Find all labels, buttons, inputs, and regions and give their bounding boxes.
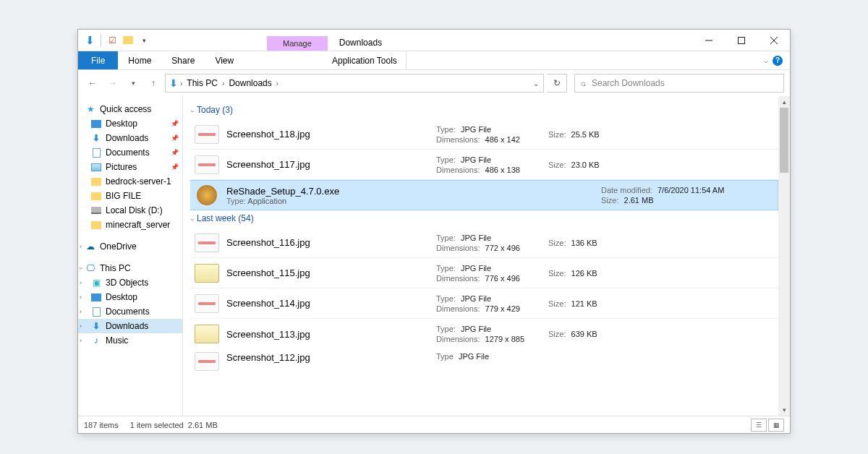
address-bar: ← → ▾ ↑ ⬇ › This PC › Downloads › ⌄ ↻ ⌕ …: [78, 70, 790, 96]
view-tiles-button[interactable]: ▦: [768, 419, 784, 432]
sidebar-item[interactable]: bedrock-server-1: [78, 174, 182, 189]
sidebar-quick-access[interactable]: ★ Quick access: [78, 102, 182, 116]
scrollbar-up-button[interactable]: ▴: [778, 96, 790, 108]
breadcrumb-this-pc[interactable]: This PC: [184, 78, 221, 88]
group-header[interactable]: ⌵ Last week (54): [190, 210, 778, 228]
file-name: Screenshot_117.jpg: [226, 159, 436, 170]
sidebar-item[interactable]: ›▣3D Objects: [78, 275, 182, 290]
nav-up-button[interactable]: ↑: [145, 74, 162, 92]
minimize-button[interactable]: [692, 30, 725, 51]
sidebar-item[interactable]: minecraft_server: [78, 218, 182, 232]
file-size-column: Size: 136 KB: [548, 239, 635, 247]
help-icon[interactable]: ?: [773, 56, 783, 66]
scrollbar-track[interactable]: [778, 108, 790, 404]
status-selection: 1 item selected 2.61 MB: [130, 421, 218, 429]
sidebar-onedrive[interactable]: › ☁ OneDrive: [78, 239, 182, 254]
folder-icon: [91, 220, 101, 230]
close-button[interactable]: [757, 30, 790, 51]
sidebar-item[interactable]: ›⬇Downloads: [78, 319, 182, 333]
refresh-button[interactable]: ↻: [547, 74, 567, 93]
sidebar-this-pc[interactable]: › 🖵 This PC: [78, 261, 182, 275]
group-title: Today (3): [197, 105, 233, 115]
group-header[interactable]: ⌵ Today (3): [190, 102, 778, 119]
maximize-button[interactable]: [725, 30, 757, 51]
file-type-column: Type: JPG FileDimensions: 776 x 496: [436, 264, 548, 283]
app-icon: [197, 185, 217, 205]
qat-properties-icon[interactable]: ☑: [105, 33, 119, 48]
file-name: Screenshot_112.jpg: [226, 352, 436, 363]
breadcrumb-sep-1[interactable]: ›: [221, 80, 226, 87]
name-column: Screenshot_118.jpg: [226, 129, 436, 140]
desktop-icon: [91, 119, 101, 129]
scrollbar-thumb[interactable]: [780, 108, 788, 173]
cloud-icon: ☁: [85, 241, 95, 252]
file-size-column: Size: 121 KB: [548, 299, 635, 308]
file-row[interactable]: Screenshot_116.jpgType: JPG FileDimensio…: [190, 228, 778, 258]
name-column: Screenshot_116.jpg: [226, 237, 436, 248]
qat-separator: [101, 34, 101, 47]
file-size-column: Size: 25.5 KB: [548, 130, 635, 139]
chevron-right-icon: ›: [80, 322, 82, 330]
scrollbar-down-button[interactable]: ▾: [778, 404, 790, 416]
search-box[interactable]: ⌕ Search Downloads: [574, 74, 784, 93]
file-name: Screenshot_118.jpg: [226, 129, 436, 140]
scrollbar-vertical[interactable]: ▴ ▾: [778, 96, 790, 416]
file-row[interactable]: Screenshot_118.jpgType: JPG FileDimensio…: [190, 119, 778, 150]
file-row[interactable]: ReShade_Setup_4.7.0.exeType: Application…: [190, 180, 778, 210]
menu-home[interactable]: Home: [118, 51, 161, 69]
sidebar-item[interactable]: BIG FILE: [78, 189, 182, 203]
nav-forward-button[interactable]: →: [104, 74, 122, 92]
file-name: Screenshot_114.jpg: [226, 298, 436, 309]
sidebar-item[interactable]: Local Disk (D:): [78, 203, 182, 218]
qat-dropdown-icon[interactable]: ▾: [137, 33, 151, 48]
qat-download-icon[interactable]: ⬇: [82, 33, 97, 48]
breadcrumb-downloads[interactable]: Downloads: [226, 78, 274, 88]
file-row[interactable]: Screenshot_114.jpgType: JPG FileDimensio…: [190, 288, 778, 319]
context-tab-manage[interactable]: Manage: [267, 36, 328, 51]
address-dropdown[interactable]: ⌄: [533, 80, 540, 87]
ribbon-collapse-icon[interactable]: ⌵: [764, 56, 768, 64]
context-subtab-application-tools[interactable]: Application Tools: [323, 51, 407, 70]
breadcrumb-bar[interactable]: ⬇ › This PC › Downloads › ⌄: [165, 74, 544, 93]
file-thumbnail: [195, 352, 219, 371]
breadcrumb-sep-2[interactable]: ›: [275, 80, 280, 87]
sidebar-item[interactable]: ›Documents: [78, 304, 182, 319]
pictures-icon: [91, 162, 101, 172]
group-title: Last week (54): [197, 213, 254, 223]
view-details-button[interactable]: ☰: [751, 419, 767, 432]
name-column: Screenshot_114.jpg: [226, 298, 436, 309]
qat-folder-icon[interactable]: [121, 33, 135, 48]
sidebar-item-label: Downloads: [106, 133, 148, 143]
sidebar-item[interactable]: Desktop📌: [78, 116, 182, 131]
file-row[interactable]: Screenshot_112.jpgType JPG File: [190, 349, 778, 369]
sidebar-item[interactable]: ⬇Downloads📌: [78, 131, 182, 145]
chevron-right-icon: ›: [80, 294, 82, 301]
breadcrumb-folder-icon: ⬇: [169, 78, 179, 88]
file-row[interactable]: Screenshot_115.jpgType: JPG FileDimensio…: [190, 258, 778, 288]
navigation-pane: ★ Quick access Desktop📌⬇Downloads📌Docume…: [78, 96, 183, 416]
sidebar-item-label: Desktop: [106, 292, 137, 302]
chevron-right-icon: ›: [80, 308, 82, 315]
sidebar-item[interactable]: ›♪Music: [78, 333, 182, 348]
menu-file[interactable]: File: [78, 51, 118, 69]
menu-share[interactable]: Share: [161, 51, 205, 69]
file-row[interactable]: Screenshot_117.jpgType: JPG FileDimensio…: [190, 150, 778, 180]
nav-back-button[interactable]: ←: [84, 74, 101, 92]
sidebar-item-label: Local Disk (D:): [106, 205, 163, 215]
menu-view[interactable]: View: [205, 51, 244, 69]
sidebar-item[interactable]: Pictures📌: [78, 160, 182, 174]
3d-objects-icon: ▣: [91, 278, 101, 288]
file-row[interactable]: Screenshot_113.jpgType: JPG FileDimensio…: [190, 319, 778, 349]
breadcrumb-sep-0[interactable]: ›: [179, 80, 184, 87]
nav-recent-dropdown[interactable]: ▾: [124, 74, 142, 92]
sidebar-item[interactable]: Documents📌: [78, 145, 182, 160]
file-type-inline: Type: Application: [226, 197, 436, 205]
sidebar-item[interactable]: ›Desktop: [78, 290, 182, 304]
file-list[interactable]: ⌵ Today (3)Screenshot_118.jpgType: JPG F…: [183, 96, 778, 416]
file-name: Screenshot_116.jpg: [226, 237, 436, 248]
name-column: Screenshot_113.jpg: [226, 329, 436, 340]
folder-icon: [91, 176, 101, 187]
star-icon: ★: [85, 104, 95, 114]
sidebar-this-pc-label: This PC: [100, 263, 131, 273]
file-name: Screenshot_115.jpg: [226, 267, 436, 278]
